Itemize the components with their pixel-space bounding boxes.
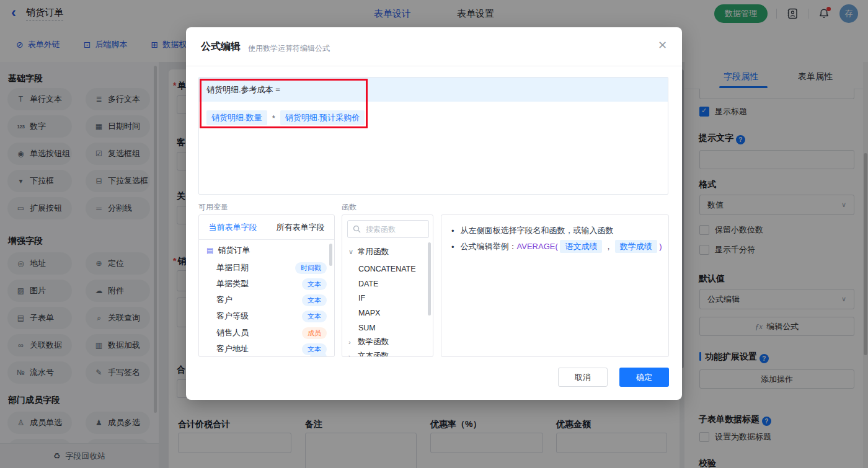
variable-row[interactable]: 客户文本: [199, 292, 334, 308]
type-badge: 成员: [302, 327, 327, 339]
function-name-text: AVERAGE(: [517, 242, 558, 251]
type-badge: 文本: [302, 278, 327, 290]
tab-current-form-fields[interactable]: 当前表单字段: [209, 222, 257, 233]
divider: [186, 66, 682, 66]
function-group-math[interactable]: ›数学函数: [342, 335, 433, 349]
function-item[interactable]: CONCATENATE: [342, 262, 433, 276]
function-item[interactable]: IF: [342, 291, 433, 305]
function-item[interactable]: DATE: [342, 276, 433, 291]
function-item[interactable]: SUM: [342, 320, 433, 335]
function-group-common[interactable]: ∨常用函数: [342, 245, 433, 259]
type-badge: 文本: [302, 311, 327, 322]
chevron-right-icon: ›: [348, 353, 354, 358]
form-doc-icon: ▤: [206, 246, 213, 255]
functions-panel: ∨常用函数 CONCATENATE DATE IF MAPX SUM ›数学函数…: [342, 214, 433, 357]
formula-target-line: 销货明细.参考成本 =: [199, 77, 668, 102]
variables-scrollbar[interactable]: [329, 244, 332, 266]
variables-section-label: 可用变量: [198, 202, 228, 213]
functions-section-label: 函数: [342, 202, 356, 213]
bullet-icon: •: [451, 241, 454, 253]
cancel-button[interactable]: 取消: [558, 368, 608, 387]
chevron-down-icon: ∨: [348, 248, 354, 256]
formula-operator: *: [272, 113, 275, 123]
formula-expression: 销货明细.数量 * 销货明细.预计采购价: [206, 110, 365, 125]
formula-operand-chip[interactable]: 销货明细.预计采购价: [280, 110, 365, 125]
help-tip-row: • 从左侧面板选择字段名和函数，或输入函数: [451, 225, 614, 237]
app-root: ‹ 销货订单 表单设计 表单设置 数据管理 存 ⊘ 表单外链: [0, 0, 868, 468]
modal-subtitle: 使用数学运算符编辑公式: [248, 43, 330, 54]
formula-editor-area[interactable]: 销货明细.参考成本 = 销货明细.数量 * 销货明细.预计采购价: [198, 77, 668, 195]
functions-scrollbar[interactable]: [428, 242, 431, 316]
function-search[interactable]: [347, 220, 429, 238]
variables-panel: 当前表单字段 所有表单字段 ▤ 销货订单 单据日期时间戳 单据类型文本 客户文本…: [198, 214, 335, 357]
variable-row[interactable]: 销售人员成员: [199, 325, 334, 341]
chevron-right-icon: ›: [348, 338, 354, 346]
tab-all-form-fields[interactable]: 所有表单字段: [277, 222, 325, 233]
function-item[interactable]: MAPX: [342, 306, 433, 320]
example-field-chip: 数学成绩: [615, 240, 657, 253]
function-search-input[interactable]: [365, 224, 423, 234]
type-badge: 时间戳: [295, 262, 327, 274]
formula-editor-modal: 公式编辑 使用数学运算符编辑公式 ✕ 销货明细.参考成本 = 销货明细.数量 *…: [186, 27, 682, 400]
modal-title: 公式编辑: [201, 40, 241, 53]
search-icon: [353, 225, 361, 233]
close-icon[interactable]: ✕: [658, 38, 667, 52]
confirm-button[interactable]: 确定: [619, 368, 669, 387]
variable-row[interactable]: 单据类型文本: [199, 276, 334, 292]
variable-row[interactable]: 单据日期时间戳: [199, 260, 334, 276]
type-badge: 文本: [302, 294, 327, 306]
formula-operand-chip[interactable]: 销货明细.数量: [206, 110, 267, 125]
type-badge-partial: [310, 352, 327, 357]
help-example-row: • 公式编辑举例：AVERAGE( 语文成绩 ， 数学成绩 ): [451, 241, 662, 253]
bullet-icon: •: [451, 225, 454, 237]
function-group-text[interactable]: ›文本函数: [342, 349, 433, 357]
help-panel: • 从左侧面板选择字段名和函数，或输入函数 • 公式编辑举例：AVERAGE( …: [441, 214, 669, 357]
variable-row[interactable]: 客户等级文本: [199, 308, 334, 324]
tree-root-row[interactable]: ▤ 销货订单: [199, 242, 334, 258]
function-paren-text: ): [659, 242, 662, 251]
example-field-chip: 语文成绩: [560, 240, 602, 253]
